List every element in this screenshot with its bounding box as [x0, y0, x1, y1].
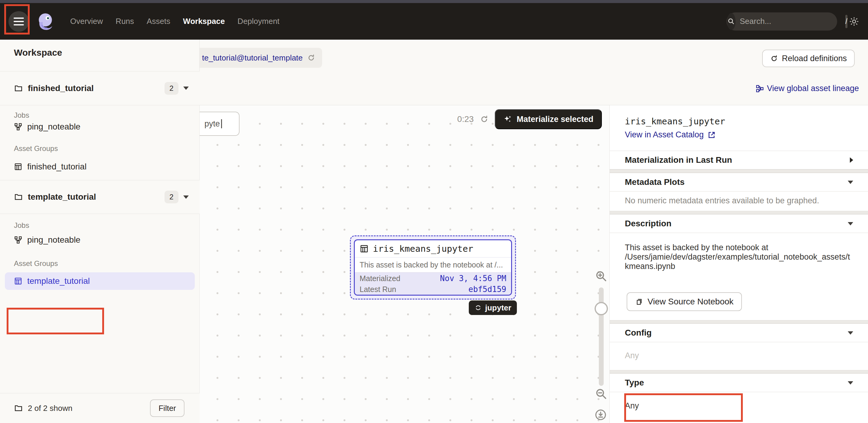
- job-item-label: ping_noteable: [27, 235, 81, 245]
- chevron-down-icon[interactable]: [183, 195, 189, 199]
- description-line: /Users/jamie/dev/dagster/examples/tutori…: [625, 252, 855, 262]
- zoom-in-icon[interactable]: [595, 270, 608, 283]
- section-title: Metadata Plots: [625, 177, 685, 187]
- lineage-icon: [755, 84, 764, 93]
- folder-icon: [14, 192, 23, 202]
- chevron-down-icon[interactable]: [183, 87, 189, 90]
- jobs-section-label: Jobs: [14, 221, 29, 230]
- section-config[interactable]: Config: [610, 324, 868, 342]
- refresh-icon[interactable]: [307, 54, 315, 62]
- job-icon: [14, 236, 22, 244]
- gear-icon[interactable]: [849, 16, 860, 27]
- sidebar-title: Workspace: [14, 48, 62, 58]
- search-input[interactable]: [736, 17, 845, 26]
- section-description[interactable]: Description: [610, 214, 868, 233]
- jobs-section-label: Jobs: [14, 111, 29, 120]
- reload-definitions-button[interactable]: Reload definitions: [762, 50, 855, 67]
- compute-kind-tag-jupyter[interactable]: jupyter: [469, 300, 517, 315]
- nav-item-overview[interactable]: Overview: [70, 17, 103, 26]
- section-materialization-in-last-run[interactable]: Materialization in Last Run: [610, 151, 868, 170]
- jupyter-icon: [474, 304, 482, 312]
- code-location-tag[interactable]: te_tutorial@tutorial_template: [199, 48, 322, 68]
- hamburger-menu-button[interactable]: [8, 11, 29, 32]
- asset-group-label: finished_tutorial: [27, 162, 87, 172]
- dagster-app: Overview Runs Assets Workspace Deploymen…: [0, 0, 868, 423]
- view-source-notebook-label: View Source Notebook: [648, 297, 734, 306]
- section-gap: [610, 211, 868, 214]
- asset-groups-section-label: Asset Groups: [14, 144, 58, 153]
- asset-details-panel: iris_kmeans_jupyter View in Asset Catalo…: [610, 105, 868, 423]
- asset-group-item-finished-tutorial[interactable]: finished_tutorial: [0, 160, 199, 173]
- notebook-copy-icon: [635, 298, 643, 306]
- refresh-icon[interactable]: [480, 115, 489, 124]
- view-global-asset-lineage-link[interactable]: View global asset lineage: [755, 84, 859, 93]
- nav-item-workspace[interactable]: Workspace: [183, 17, 225, 26]
- repo-row-template-tutorial[interactable]: template_tutorial 2: [0, 180, 199, 214]
- folder-icon: [14, 84, 23, 93]
- asset-group-item-template-tutorial-selected[interactable]: template_tutorial: [5, 272, 195, 290]
- download-graph-icon[interactable]: [595, 409, 607, 421]
- section-gap: [610, 170, 868, 173]
- materialized-label: Materialized: [360, 274, 400, 283]
- job-item-ping-noteable[interactable]: ping_noteable: [0, 120, 199, 133]
- global-search[interactable]: /: [726, 12, 837, 31]
- filter-button[interactable]: Filter: [150, 399, 185, 417]
- asset-group-icon: [14, 162, 22, 171]
- section-metadata-plots[interactable]: Metadata Plots: [610, 173, 868, 191]
- job-item-label: ping_noteable: [27, 122, 81, 132]
- compute-kind-label: jupyter: [485, 303, 512, 312]
- latest-run-label: Latest Run: [360, 285, 396, 294]
- asset-node-name: iris_kmeans_jupyter: [373, 244, 473, 254]
- view-source-notebook-button[interactable]: View Source Notebook: [627, 292, 742, 311]
- section-type[interactable]: Type: [610, 373, 868, 392]
- zoom-out-icon[interactable]: [595, 387, 608, 401]
- asset-node-iris-kmeans-jupyter[interactable]: iris_kmeans_jupyter This asset is backed…: [354, 239, 512, 296]
- asset-graph-canvas[interactable]: pyte 0:23 Materialize selected: [199, 105, 610, 423]
- repos-shown-count: 2 of 2 shown: [28, 404, 72, 413]
- code-location-label: te_tutorial@tutorial_template: [202, 53, 303, 63]
- asset-group-label: template_tutorial: [27, 276, 90, 286]
- section-title: Config: [625, 328, 652, 338]
- asset-group-icon: [14, 277, 22, 285]
- repo-count-badge: 2: [164, 82, 179, 95]
- search-shortcut-badge: /: [845, 15, 847, 28]
- query-elapsed-timer: 0:23: [457, 114, 474, 124]
- chevron-down-icon: [848, 181, 853, 184]
- repo-name: template_tutorial: [28, 192, 96, 202]
- window-top-strip: [0, 0, 868, 3]
- hamburger-icon: [13, 18, 24, 19]
- nav-item-deployment[interactable]: Deployment: [238, 17, 279, 26]
- table-icon: [360, 244, 369, 253]
- chevron-right-icon: [850, 157, 853, 163]
- asset-node-header: iris_kmeans_jupyter: [355, 240, 511, 257]
- section-title: Description: [625, 219, 672, 229]
- folder-icon: [14, 404, 23, 413]
- repo-name: finished_tutorial: [28, 84, 94, 93]
- asset-groups-section-label: Asset Groups: [14, 259, 58, 268]
- repo-row-finished-tutorial[interactable]: finished_tutorial 2: [0, 71, 199, 105]
- materialized-timestamp[interactable]: Nov 3, 4:56 PM: [440, 274, 506, 283]
- text-cursor: [221, 119, 222, 128]
- description-line: This asset is backed by the notebook at: [625, 243, 855, 252]
- dagster-octopus-logo[interactable]: [36, 11, 56, 31]
- latest-run-id-link[interactable]: ebf5d159: [468, 285, 506, 294]
- chevron-down-icon: [848, 222, 853, 225]
- reload-definitions-label: Reload definitions: [782, 54, 847, 63]
- graph-query-text: pyte: [205, 119, 220, 129]
- graph-query-input[interactable]: pyte: [199, 112, 240, 136]
- chevron-down-icon: [848, 331, 853, 335]
- description-line: kmeans.ipynb: [625, 262, 855, 271]
- asset-description-text: This asset is backed by the notebook at …: [625, 243, 855, 271]
- materialize-selected-button[interactable]: Materialize selected: [495, 109, 602, 129]
- metadata-plots-empty-message: No numeric metadata entries available to…: [625, 196, 819, 206]
- chevron-down-icon: [848, 381, 853, 385]
- nav-item-assets[interactable]: Assets: [147, 17, 170, 26]
- search-icon: [727, 17, 736, 26]
- asset-node-selection-outline[interactable]: iris_kmeans_jupyter This asset is backed…: [350, 235, 516, 300]
- nav-item-runs[interactable]: Runs: [116, 17, 134, 26]
- view-in-asset-catalog-link[interactable]: View in Asset Catalog: [625, 130, 716, 140]
- job-item-ping-noteable[interactable]: ping_noteable: [0, 233, 199, 247]
- page-header-band: te_tutorial@tutorial_template Reload def…: [199, 40, 868, 105]
- top-navigation-bar: Overview Runs Assets Workspace Deploymen…: [0, 3, 868, 40]
- zoom-slider-handle[interactable]: [595, 302, 608, 315]
